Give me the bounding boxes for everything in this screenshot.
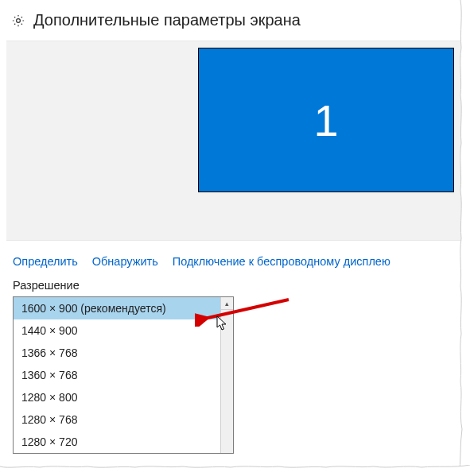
resolution-options-list: 1600 × 900 (рекомендуется) 1440 × 900 13… <box>14 297 220 453</box>
resolution-dropdown[interactable]: 1600 × 900 (рекомендуется) 1440 × 900 13… <box>13 296 234 454</box>
action-links: Определить Обнаружить Подключение к бесп… <box>6 241 462 279</box>
display-preview-area: 1 <box>6 41 462 241</box>
wireless-display-link[interactable]: Подключение к беспроводному дисплею <box>173 255 390 268</box>
dropdown-scrollbar[interactable]: ▴ <box>220 297 233 453</box>
page-title: Дополнительные параметры экрана <box>33 11 301 29</box>
resolution-option[interactable]: 1280 × 720 <box>14 431 220 453</box>
resolution-option[interactable]: 1440 × 900 <box>14 319 220 342</box>
resolution-label: Разрешение <box>6 279 462 296</box>
gear-icon <box>11 14 25 28</box>
monitor-tile[interactable]: 1 <box>198 48 454 192</box>
header: Дополнительные параметры экрана <box>6 6 462 41</box>
monitor-number: 1 <box>313 95 338 146</box>
detect-link[interactable]: Обнаружить <box>92 255 158 268</box>
identify-link[interactable]: Определить <box>13 255 78 268</box>
resolution-option[interactable]: 1360 × 768 <box>14 364 220 386</box>
resolution-option[interactable]: 1366 × 768 <box>14 342 220 364</box>
svg-point-0 <box>17 18 21 22</box>
settings-window: Дополнительные параметры экрана 1 Опреде… <box>6 6 462 468</box>
resolution-option[interactable]: 1280 × 768 <box>14 408 220 431</box>
scroll-up-button[interactable]: ▴ <box>221 297 233 310</box>
resolution-option[interactable]: 1600 × 900 (рекомендуется) <box>14 297 220 319</box>
resolution-option[interactable]: 1280 × 800 <box>14 386 220 408</box>
